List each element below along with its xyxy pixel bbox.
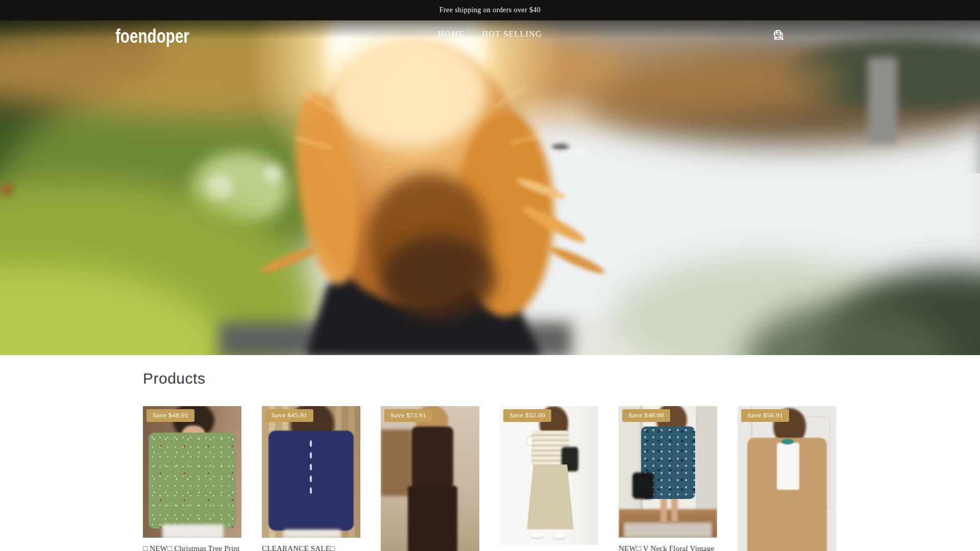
cart-icon[interactable] bbox=[825, 29, 838, 41]
save-badge: Save $45.91 bbox=[265, 409, 313, 422]
nav-home[interactable]: HOME bbox=[438, 30, 464, 39]
product-card[interactable]: Save $48.91 □ NEW□ Christmas Tree Print bbox=[143, 406, 241, 551]
products-section: Products Save $48.91 □ NEW□ Christmas Tr… bbox=[143, 355, 837, 551]
product-image: Save $45.91 bbox=[262, 406, 360, 538]
product-card[interactable]: Save $45.91 CLEARANCE SALE□ Women's bbox=[262, 406, 360, 551]
save-badge: Save $48.00 bbox=[622, 409, 670, 422]
product-image: Save $56.91 bbox=[738, 406, 836, 551]
product-title[interactable]: NEW□ V Neck Floral Vintage bbox=[619, 543, 717, 551]
site-header: foendoper HOME HOT SELLING bbox=[0, 20, 980, 66]
product-grid: Save $48.91 □ NEW□ Christmas Tree Print … bbox=[143, 406, 837, 551]
nav-hot-selling[interactable]: HOT SELLING bbox=[482, 30, 542, 39]
header-icons bbox=[772, 29, 838, 41]
product-card[interactable]: Save $52.00 □ bbox=[500, 406, 598, 551]
main-nav: HOME HOT SELLING bbox=[438, 30, 542, 39]
product-image: Save $48.00 bbox=[619, 406, 717, 538]
hero-section: foendoper HOME HOT SELLING bbox=[0, 20, 980, 355]
product-card[interactable]: Save $56.91 bbox=[738, 406, 836, 551]
product-image: Save $73.91 bbox=[381, 406, 479, 551]
account-icon[interactable] bbox=[799, 29, 812, 41]
product-card[interactable]: Save $48.00 NEW□ V Neck Floral Vintage bbox=[619, 406, 717, 551]
product-image: Save $52.00 bbox=[500, 406, 598, 545]
product-card[interactable]: Save $73.91 bbox=[381, 406, 479, 551]
product-title[interactable]: □ NEW□ Christmas Tree Print bbox=[143, 543, 241, 551]
save-badge: Save $56.91 bbox=[741, 409, 789, 422]
logo[interactable]: foendoper bbox=[115, 26, 189, 47]
products-heading: Products bbox=[143, 355, 837, 387]
save-badge: Save $73.91 bbox=[384, 409, 432, 422]
save-badge: Save $48.91 bbox=[146, 409, 194, 422]
product-title[interactable]: CLEARANCE SALE□ Women's bbox=[262, 543, 360, 551]
save-badge: Save $52.00 bbox=[503, 409, 551, 422]
product-image: Save $48.91 bbox=[143, 406, 241, 538]
announcement-bar: Free shipping on orders over $40 bbox=[0, 0, 980, 20]
announcement-text: Free shipping on orders over $40 bbox=[439, 6, 541, 14]
hero-image bbox=[0, 20, 980, 355]
